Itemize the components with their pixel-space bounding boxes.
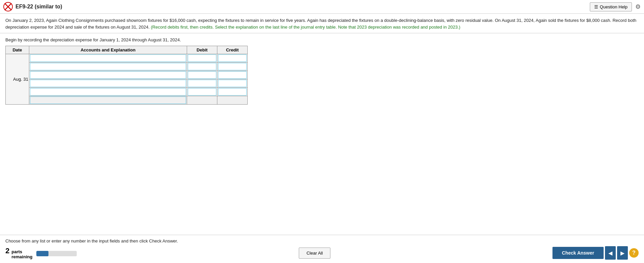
progress-bar-fill bbox=[36, 251, 48, 256]
footer-bottom: 2 parts remaining Clear All Check Answer… bbox=[5, 246, 639, 260]
credit-cell-1 bbox=[217, 54, 248, 63]
credit-input-2[interactable] bbox=[218, 63, 247, 70]
main-content: Begin by recording the depreciation expe… bbox=[0, 33, 644, 235]
col-header-accounts: Accounts and Explanation bbox=[29, 46, 187, 54]
check-answer-button[interactable]: Check Answer bbox=[552, 247, 604, 259]
parts-remaining-display: 2 parts remaining bbox=[5, 247, 32, 259]
account-input-1[interactable] bbox=[30, 54, 186, 62]
next-button[interactable]: ▶ bbox=[617, 246, 628, 260]
debit-input-3[interactable] bbox=[188, 71, 216, 79]
debit-input-1[interactable] bbox=[188, 54, 216, 62]
account-cell-1 bbox=[29, 54, 187, 63]
parts-count: 2 bbox=[5, 247, 9, 255]
credit-cell-3 bbox=[217, 71, 248, 79]
account-input-6[interactable] bbox=[30, 97, 186, 104]
question-help-button[interactable]: ☰ Question Help bbox=[590, 2, 632, 11]
footer-center: Clear All bbox=[299, 248, 330, 259]
account-cell-4 bbox=[29, 79, 187, 88]
debit-input-2[interactable] bbox=[188, 63, 216, 70]
footer-right: Check Answer ◀ ▶ ? bbox=[552, 246, 639, 260]
debit-cell-5 bbox=[187, 88, 217, 96]
table-row bbox=[6, 71, 248, 79]
parts-label-group: parts remaining bbox=[11, 249, 32, 259]
account-cell-2 bbox=[29, 63, 187, 71]
debit-cell-3 bbox=[187, 71, 217, 79]
credit-cell-6 bbox=[217, 96, 248, 105]
col-header-credit: Credit bbox=[217, 46, 248, 54]
debit-cell-2 bbox=[187, 63, 217, 71]
credit-input-3[interactable] bbox=[218, 71, 247, 79]
table-row: Aug. 31 bbox=[6, 54, 248, 63]
question-help-icon: ☰ bbox=[594, 4, 598, 9]
debit-cell-1 bbox=[187, 54, 217, 63]
footer: Choose from any list or enter any number… bbox=[0, 235, 644, 263]
header: EF9-22 (similar to) ☰ Question Help ⚙ bbox=[0, 0, 644, 14]
credit-cell-4 bbox=[217, 79, 248, 88]
clear-all-button[interactable]: Clear All bbox=[299, 248, 330, 259]
debit-cell-6 bbox=[187, 96, 217, 105]
help-button[interactable]: ? bbox=[629, 248, 639, 258]
gear-icon: ⚙ bbox=[635, 3, 641, 10]
credit-input-5[interactable] bbox=[218, 88, 247, 96]
account-input-3[interactable] bbox=[30, 71, 186, 79]
settings-button[interactable]: ⚙ bbox=[635, 3, 641, 10]
page-title: EF9-22 (similar to) bbox=[15, 4, 62, 10]
table-row bbox=[6, 88, 248, 96]
progress-bar bbox=[36, 251, 77, 256]
credit-cell-5 bbox=[217, 88, 248, 96]
account-input-5[interactable] bbox=[30, 88, 186, 96]
credit-cell-2 bbox=[217, 63, 248, 71]
table-row bbox=[6, 79, 248, 88]
logo-icon bbox=[3, 2, 13, 11]
journal-entry-table: Date Accounts and Explanation Debit Cred… bbox=[5, 46, 248, 105]
prev-icon: ◀ bbox=[608, 250, 612, 256]
account-input-4[interactable] bbox=[30, 80, 186, 87]
debit-input-4[interactable] bbox=[188, 80, 216, 87]
next-icon: ▶ bbox=[620, 250, 624, 256]
footer-left: 2 parts remaining bbox=[5, 247, 77, 259]
account-cell-3 bbox=[29, 71, 187, 79]
account-cell-6 bbox=[29, 96, 187, 105]
question-help-label: Question Help bbox=[600, 4, 628, 9]
help-icon: ? bbox=[632, 250, 636, 256]
problem-area: On January 2, 2023, Again Clothing Consi… bbox=[0, 14, 644, 33]
col-header-debit: Debit bbox=[187, 46, 217, 54]
date-cell: Aug. 31 bbox=[6, 54, 29, 105]
credit-input-4[interactable] bbox=[218, 80, 247, 87]
header-left: EF9-22 (similar to) bbox=[3, 2, 62, 11]
credit-input-1[interactable] bbox=[218, 54, 247, 62]
green-instruction-text: (Record debits first, then credits. Sele… bbox=[151, 25, 460, 30]
debit-cell-4 bbox=[187, 79, 217, 88]
table-row bbox=[6, 63, 248, 71]
prev-button[interactable]: ◀ bbox=[605, 246, 616, 260]
account-cell-5 bbox=[29, 88, 187, 96]
footer-instruction-text: Choose from any list or enter any number… bbox=[5, 238, 639, 243]
header-right: ☰ Question Help ⚙ bbox=[590, 2, 641, 11]
col-header-date: Date bbox=[6, 46, 29, 54]
sub-instruction-text: Begin by recording the depreciation expe… bbox=[5, 37, 639, 42]
debit-input-5[interactable] bbox=[188, 88, 216, 96]
parts-label: parts bbox=[11, 249, 32, 254]
table-row-last bbox=[6, 96, 248, 105]
account-input-2[interactable] bbox=[30, 63, 186, 70]
remaining-label: remaining bbox=[11, 254, 32, 259]
